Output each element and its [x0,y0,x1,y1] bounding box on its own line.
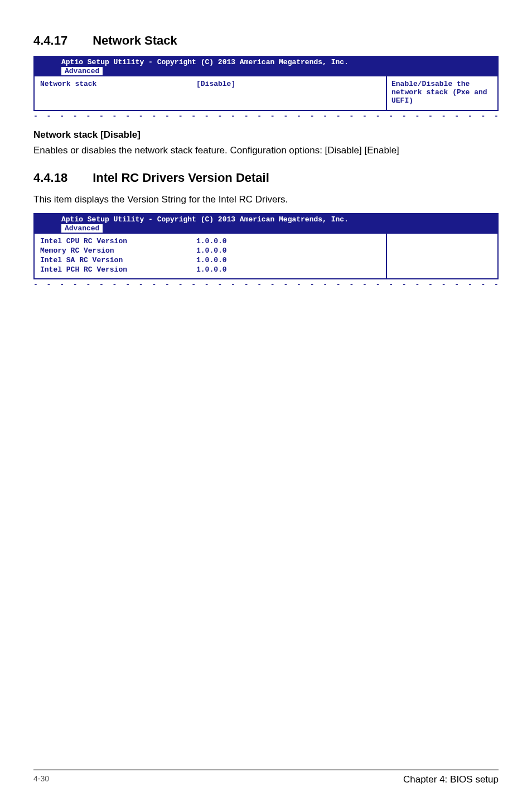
bios-setting-label: Network stack [40,80,196,88]
section-number: 4.4.18 [33,171,89,185]
body-text-network-stack: Enables or disables the network stack fe… [33,144,499,157]
bios-setting-label: Intel SA RC Version [40,256,196,264]
bios-header-text: Aptio Setup Utility - Copyright (C) 2013… [39,58,493,66]
bios-left-panel: Intel CPU RC Version 1.0.0.0 Memory RC V… [35,234,386,278]
bios-header-text: Aptio Setup Utility - Copyright (C) 2013… [39,215,493,224]
page-number: 4-30 [33,774,49,785]
intro-text-intel-rc: This item displays the Version String fo… [33,193,499,206]
bios-row: Network stack [Disable] [40,80,380,88]
section-number: 4.4.17 [33,33,89,48]
footer-divider [33,769,499,771]
bios-tab-advanced: Advanced [61,67,103,75]
section-heading-network-stack: 4.4.17 Network Stack [33,33,499,48]
page-footer: 4-30 Chapter 4: BIOS setup [0,769,532,785]
bios-divider: - - - - - - - - - - - - - - - - - - - - … [33,281,499,289]
section-title: Network Stack [93,33,177,47]
bios-header: Aptio Setup Utility - Copyright (C) 2013… [35,214,497,234]
bios-row: Memory RC Version 1.0.0.0 [40,247,380,255]
section-heading-intel-rc: 4.4.18 Intel RC Drivers Version Detail [33,171,499,185]
bios-row: Intel SA RC Version 1.0.0.0 [40,256,380,264]
bios-row: Intel PCH RC Version 1.0.0.0 [40,265,380,274]
section-title: Intel RC Drivers Version Detail [93,171,269,185]
bios-panel-network-stack: Aptio Setup Utility - Copyright (C) 2013… [33,56,499,111]
bios-help-panel: Enable/Disable the network stack (Pxe an… [386,76,497,110]
bios-panel-intel-rc: Aptio Setup Utility - Copyright (C) 2013… [33,213,499,279]
bios-row: Intel CPU RC Version 1.0.0.0 [40,237,380,245]
bios-setting-value: 1.0.0.0 [196,247,380,255]
bios-body: Network stack [Disable] Enable/Disable t… [35,76,497,110]
bios-setting-label: Intel PCH RC Version [40,265,196,274]
bios-setting-label: Memory RC Version [40,247,196,255]
bios-setting-value: 1.0.0.0 [196,237,380,245]
chapter-label: Chapter 4: BIOS setup [403,774,499,785]
bios-tab-advanced: Advanced [61,224,103,233]
bios-left-panel: Network stack [Disable] [35,76,386,110]
bios-divider: - - - - - - - - - - - - - - - - - - - - … [33,112,499,120]
bios-header: Aptio Setup Utility - Copyright (C) 2013… [35,57,497,76]
bios-body: Intel CPU RC Version 1.0.0.0 Memory RC V… [35,234,497,278]
footer-content: 4-30 Chapter 4: BIOS setup [33,774,499,785]
bios-setting-value: 1.0.0.0 [196,265,380,274]
bios-setting-value: [Disable] [196,80,380,88]
bios-setting-label: Intel CPU RC Version [40,237,196,245]
subheading-network-stack-disable: Network stack [Disable] [33,129,499,141]
bios-help-panel [386,234,497,278]
bios-setting-value: 1.0.0.0 [196,256,380,264]
